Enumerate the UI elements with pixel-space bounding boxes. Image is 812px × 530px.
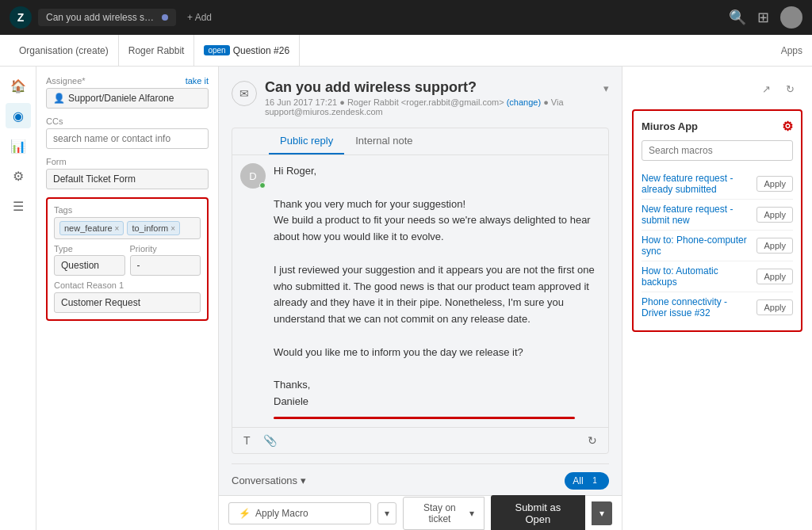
macro-name-1[interactable]: New feature request - submit new [642, 204, 752, 226]
content-area: ✉ Can you add wireless support? 16 Jun 2… [219, 67, 622, 530]
panel-refresh-icon[interactable]: ↻ [780, 79, 799, 98]
breadcrumb-org[interactable]: Organisation (create) [10, 35, 119, 67]
miuros-gear-icon[interactable]: ⚙ [782, 119, 793, 134]
search-icon[interactable]: 🔍 [729, 9, 746, 26]
macro-item-1: New feature request - submit new Apply [642, 200, 793, 231]
tag-remove-new-feature[interactable]: × [115, 224, 120, 233]
add-button[interactable]: + Add [187, 12, 212, 23]
nav-reports-icon[interactable]: 📊 [6, 133, 31, 158]
tag-to-inform: to_inform × [127, 221, 180, 235]
ticket-expand-icon[interactable]: ▾ [603, 82, 609, 94]
type-field: Type [54, 244, 125, 276]
macro-item-4: Phone connectivity - Driver issue #32 Ap… [642, 292, 793, 322]
contact-reason-input [54, 292, 201, 313]
macro-name-3[interactable]: How to: Automatic backups [642, 265, 752, 288]
ticket-tab-label: Can you add wireless suppo... [46, 12, 157, 23]
tag-remove-to-inform[interactable]: × [170, 224, 175, 233]
priority-field: Priority [130, 244, 201, 276]
breadcrumb-ticket[interactable]: open Question #26 [194, 35, 300, 67]
nav-home-icon[interactable]: 🏠 [6, 73, 31, 98]
submit-chevron[interactable]: ▾ [592, 501, 612, 525]
breadcrumb: Organisation (create) Roger Rabbit open … [0, 35, 812, 67]
reply-text[interactable]: Hi Roger, Thank you very much for your s… [274, 163, 600, 410]
grid-icon[interactable]: ⊞ [757, 9, 769, 26]
macro-name-0[interactable]: New feature request - already submitted [642, 173, 752, 195]
macro-item-3: How to: Automatic backups Apply [642, 261, 793, 292]
tags-container[interactable]: new_feature × to_inform × [54, 217, 201, 239]
tag-new-feature: new_feature × [59, 221, 124, 235]
online-indicator [259, 182, 266, 189]
reply-area: Public reply Internal note D Hi Roger, [232, 128, 609, 454]
macro-apply-3[interactable]: Apply [756, 269, 793, 284]
refresh-button[interactable]: ↻ [584, 433, 600, 448]
macro-item-2: How to: Phone-computer sync Apply [642, 231, 793, 261]
conversations-section: Conversations ▾ All 1 R Roger Rab [232, 463, 609, 495]
breadcrumb-user[interactable]: Roger Rabbit [119, 35, 195, 67]
assignee-input[interactable]: 👤 Support/Daniele Alfarone [46, 88, 209, 109]
ticket-header: ✉ Can you add wireless support? 16 Jun 2… [232, 79, 609, 116]
tab-public-reply[interactable]: Public reply [269, 128, 344, 154]
tags-label: Tags [54, 205, 201, 215]
form-label: Form [46, 157, 209, 166]
reply-content: D Hi Roger, Thank you very much for your… [232, 155, 608, 427]
macro-apply-2[interactable]: Apply [756, 238, 793, 254]
tags-section: Tags new_feature × to_inform × Type [46, 197, 209, 321]
attachment-button[interactable]: 📎 [260, 433, 280, 448]
panel-share-icon[interactable]: ↗ [756, 79, 776, 98]
priority-label: Priority [130, 244, 201, 254]
submit-button[interactable]: Submit as Open [491, 495, 585, 531]
sidebar: Assignee* take it 👤 Support/Daniele Alfa… [36, 67, 219, 530]
stay-on-ticket-button[interactable]: Stay on ticket ▾ [403, 497, 485, 530]
nav-menu-icon[interactable]: ☰ [6, 193, 31, 219]
macro-name-2[interactable]: How to: Phone-computer sync [642, 234, 752, 257]
apply-macro-chevron[interactable]: ▾ [377, 502, 396, 524]
macro-search-input[interactable] [642, 140, 793, 161]
change-link[interactable]: (change) [507, 97, 541, 107]
apply-macro-icon: ⚡ [239, 508, 251, 519]
priority-input[interactable] [130, 255, 201, 276]
ticket-tab[interactable]: Can you add wireless suppo... [38, 9, 176, 26]
text-format-button[interactable]: T [240, 433, 254, 448]
conversations-header: Conversations ▾ All 1 [232, 472, 609, 490]
take-it-link[interactable]: take it [186, 76, 209, 86]
apps-button[interactable]: Apps [781, 45, 802, 56]
assignee-label: Assignee* take it [46, 76, 209, 86]
type-priority-row: Type Priority [54, 244, 201, 276]
macro-apply-0[interactable]: Apply [756, 176, 793, 192]
apply-macro-button[interactable]: ⚡ Apply Macro [228, 502, 371, 524]
macro-apply-1[interactable]: Apply [756, 207, 793, 223]
miuros-app-box: Miuros App ⚙ New feature request - alrea… [632, 109, 802, 332]
left-nav: 🏠 ◉ 📊 ⚙ ☰ [0, 67, 36, 530]
top-bar-right: 🔍 ⊞ [729, 6, 802, 29]
contact-reason-field: Contact Reason 1 [54, 280, 201, 313]
miuros-title: Miuros App ⚙ [642, 119, 793, 134]
right-panel: ↗ ↻ Miuros App ⚙ New feature request - a… [622, 67, 812, 530]
cc-field: CCs [46, 116, 209, 149]
form-input [46, 169, 209, 189]
apply-macro-label: Apply Macro [255, 508, 308, 519]
nav-settings-icon[interactable]: ⚙ [6, 163, 31, 189]
cc-input[interactable] [46, 128, 209, 149]
conversations-title[interactable]: Conversations ▾ [232, 475, 306, 486]
ticket-status-badge: open [204, 45, 229, 55]
macro-name-4[interactable]: Phone connectivity - Driver issue #32 [642, 296, 752, 318]
ticket-content: ✉ Can you add wireless support? 16 Jun 2… [219, 67, 622, 495]
filter-all[interactable]: All 1 [565, 472, 609, 490]
tab-internal-note[interactable]: Internal note [344, 128, 423, 154]
type-label: Type [54, 244, 125, 254]
top-bar: Z Can you add wireless suppo... + Add 🔍 … [0, 0, 812, 35]
macro-apply-4[interactable]: Apply [756, 299, 793, 315]
stay-on-ticket-label: Stay on ticket [413, 502, 466, 524]
cc-label: CCs [46, 116, 209, 126]
nav-tickets-icon[interactable]: ◉ [6, 103, 31, 128]
user-avatar[interactable] [780, 6, 802, 29]
conv-count: 1 [588, 475, 601, 487]
ticket-meta: 16 Jun 2017 17:21 ● Roger Rabbit <roger.… [265, 97, 596, 116]
type-input[interactable] [54, 255, 125, 276]
ticket-title: Can you add wireless support? [265, 79, 596, 96]
app-logo: Z [10, 6, 32, 29]
contact-reason-label: Contact Reason 1 [54, 280, 201, 290]
reply-avatar: D [240, 163, 266, 189]
assignee-field: Assignee* take it 👤 Support/Daniele Alfa… [46, 76, 209, 109]
signature-line [274, 417, 575, 419]
